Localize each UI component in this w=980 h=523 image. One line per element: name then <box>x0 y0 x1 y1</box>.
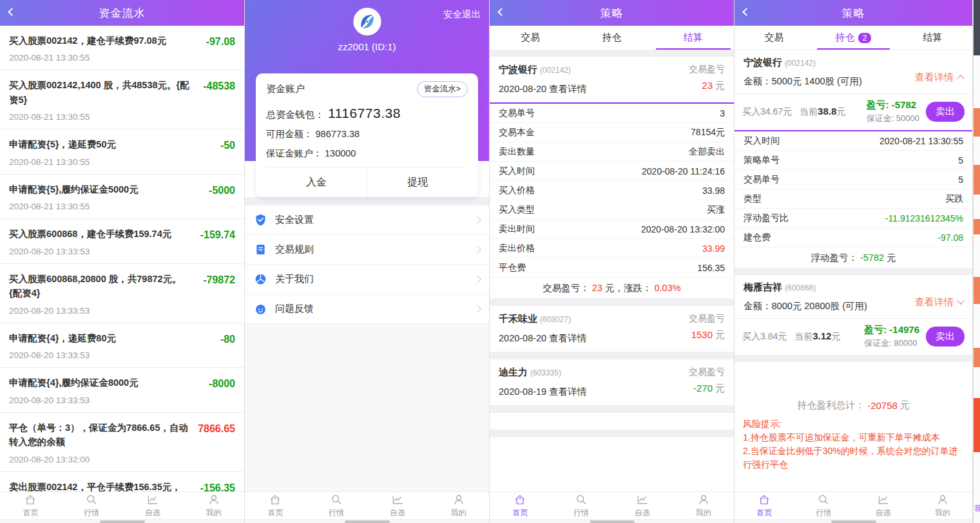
menu-item-about-us[interactable]: 关于我们 <box>245 265 489 294</box>
nav-market[interactable]: 行情 <box>61 492 122 519</box>
nav-watchlist[interactable]: 自选 <box>854 492 913 519</box>
nav-profile[interactable]: 我的 <box>913 492 972 519</box>
person-icon <box>207 493 220 506</box>
fund-flow-content: 资金流水 买入股票002142，建仓手续费97.08元 -97.08 2020-… <box>0 0 244 491</box>
summary-label: 浮动盈亏： <box>811 252 858 264</box>
detail-value: 2020-08-21 13:30:55 <box>879 136 963 146</box>
position-amount-line: 金额：8000元 20800股 (可用) <box>744 300 867 312</box>
horizontal-scrollbar[interactable] <box>245 519 489 523</box>
floating-pl-summary: 浮动盈亏： -5782 元 <box>735 247 972 268</box>
transaction-date: 2020-08-20 13:33:53 <box>9 247 235 256</box>
detail-value: 2020-08-20 13:32:00 <box>641 224 725 234</box>
back-icon[interactable] <box>742 8 751 16</box>
nav-market[interactable]: 行情 <box>551 492 612 519</box>
horizontal-scrollbar[interactable] <box>490 519 734 523</box>
section-gap <box>490 352 734 359</box>
nav-home[interactable]: 首页 <box>0 492 61 519</box>
fund-flow-link[interactable]: 资金流水> <box>417 81 468 97</box>
nav-home[interactable]: 首页 <box>735 492 794 519</box>
pl-label: 交易盈亏 <box>689 366 725 378</box>
nav-label: 行情 <box>84 508 99 518</box>
scrollbar-thumb[interactable] <box>345 520 390 523</box>
nav-home[interactable]: 首页 <box>245 492 306 519</box>
detail-row: 建仓费-97.08 <box>735 228 972 247</box>
transaction-amount: -159.74 <box>200 229 235 241</box>
transaction-text: 申请配资{5},履约保证金5000元 <box>9 182 235 196</box>
positions-count-badge: 2 <box>858 33 872 43</box>
detail-row: 交易单号3 <box>490 104 734 123</box>
back-icon[interactable] <box>8 8 16 16</box>
position-pl-block: 盈亏: -14976 保证金: 80000 <box>864 324 919 349</box>
detail-value: 5 <box>958 175 963 185</box>
view-details-link[interactable]: 查看详情 <box>549 333 586 343</box>
sliver-mark <box>974 165 980 195</box>
nav-label: 自选 <box>876 508 891 518</box>
tab-trade[interactable]: 交易 <box>490 26 571 50</box>
section-gap <box>490 298 734 306</box>
scrollbar-thumb[interactable] <box>590 520 635 523</box>
menu-item-feedback[interactable]: 问题反馈 <box>245 294 489 324</box>
scrollbar-thumb[interactable] <box>100 520 145 523</box>
sell-button[interactable]: 卖出 <box>926 327 965 347</box>
nav-watchlist[interactable]: 自选 <box>122 492 184 519</box>
risk-title: 风险提示: <box>743 417 964 431</box>
logout-button[interactable]: 安全退出 <box>443 8 481 21</box>
nav-profile[interactable]: 我的 <box>673 492 734 519</box>
nav-home[interactable]: 首页 <box>490 492 551 519</box>
deposit-button[interactable]: 入金 <box>266 168 367 197</box>
sell-button[interactable]: 卖出 <box>926 102 965 122</box>
nav-watchlist[interactable]: 自选 <box>612 492 673 519</box>
nav-label: 行情 <box>329 508 344 518</box>
position-pl: 盈亏: -14976 <box>864 324 919 336</box>
person-icon <box>697 493 710 506</box>
search-icon <box>817 493 830 506</box>
tab-trade[interactable]: 交易 <box>735 26 814 50</box>
section-gap <box>490 405 734 413</box>
detail-row: 买入时间2020-08-21 13:30:55 <box>735 131 972 151</box>
home-icon <box>514 493 526 506</box>
account-screen: 安全退出 zz2001 (ID:1) 资金账户 资金流水> <box>245 0 490 523</box>
view-details-toggle[interactable]: 查看详情 <box>915 292 963 312</box>
bottom-nav: 首页 行情 自选 我的 <box>490 491 734 519</box>
pl-value: 1530 <box>691 329 713 340</box>
nav-label: 首页 <box>512 508 528 518</box>
horizontal-scrollbar[interactable] <box>0 519 244 523</box>
chevron-right-icon <box>473 245 481 254</box>
nav-watchlist[interactable]: 自选 <box>367 492 428 519</box>
withdraw-button[interactable]: 提现 <box>367 168 468 197</box>
scrollbar-thumb[interactable] <box>831 520 876 523</box>
transaction-text: 买入股票002142，建仓手续费97.08元 <box>9 33 235 48</box>
nav-market[interactable]: 行情 <box>794 492 853 519</box>
page-title: 策略 <box>600 6 624 21</box>
chevron-right-icon <box>473 275 481 283</box>
nav-profile[interactable]: 我的 <box>428 492 489 519</box>
detail-label: 卖出时间 <box>499 223 535 235</box>
home-icon <box>24 493 37 506</box>
view-details-link[interactable]: 查看详情 <box>549 84 586 94</box>
stock-code: (002142) <box>540 66 571 75</box>
horizontal-scrollbar[interactable] <box>735 519 972 523</box>
transaction-amount: -8000 <box>209 378 235 390</box>
account-content: 安全退出 zz2001 (ID:1) 资金账户 资金流水> <box>245 0 489 491</box>
pl-unit: 元 <box>715 383 725 394</box>
pl-unit: 元 <box>715 329 725 340</box>
settlement-card: 千禾味业(603027) 2020-08-20 查看详情 交易盈亏 1530元 <box>490 306 734 352</box>
tab-positions[interactable]: 持仓 <box>571 26 652 50</box>
tab-positions[interactable]: 持仓 2 <box>814 26 893 50</box>
transaction-item: 申请配资{4},履约保证金8000元 -8000 2020-08-20 13:3… <box>0 368 244 412</box>
page-title: 资金流水 <box>99 6 146 21</box>
nav-label: 自选 <box>145 508 160 518</box>
available-label: 可用金额： <box>266 129 313 139</box>
menu-item-security[interactable]: 安全设置 <box>245 205 489 235</box>
nav-market[interactable]: 行情 <box>306 492 367 519</box>
back-icon[interactable] <box>497 8 506 16</box>
tab-settlement[interactable]: 结算 <box>653 26 734 50</box>
nav-profile[interactable]: 我的 <box>183 492 244 519</box>
detail-value: 买跌 <box>945 193 963 205</box>
tab-settlement[interactable]: 结算 <box>893 26 972 50</box>
transaction-amount: 7866.65 <box>198 423 235 435</box>
menu-item-trade-rules[interactable]: 交易规则 <box>245 235 489 265</box>
view-details-link[interactable]: 查看详情 <box>549 386 586 397</box>
view-details-toggle[interactable]: 查看详情 <box>915 67 963 88</box>
nav-label: 我的 <box>935 508 950 518</box>
